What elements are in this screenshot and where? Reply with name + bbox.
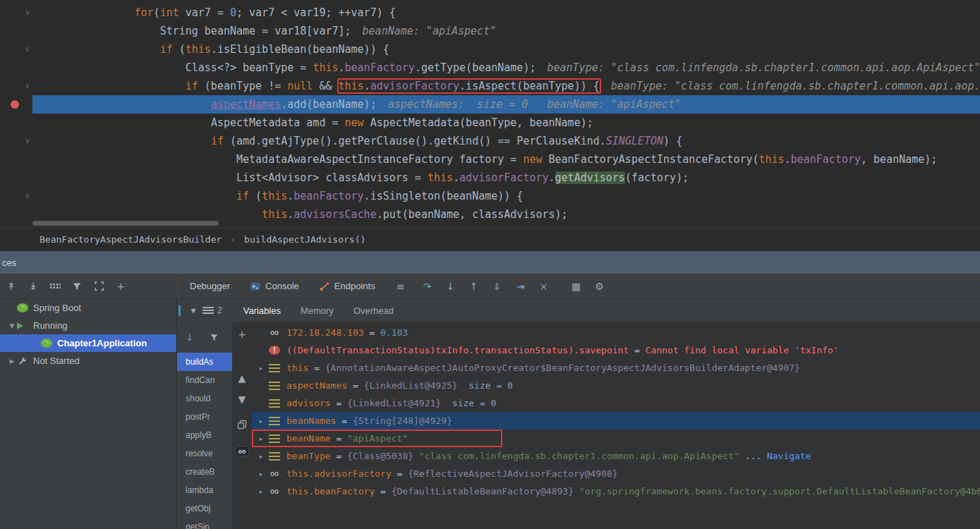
debugger-toolwindow: ▾2 VariablesMemoryOverhead ↓ buildAsfind… (176, 299, 980, 529)
tool-tab-endpoints[interactable]: Endpoints (319, 281, 375, 292)
fold-arrow-icon[interactable]: ∨ (25, 40, 30, 59)
frame-item[interactable]: getSin (177, 518, 232, 529)
code-line[interactable]: AspectMetadata amd = new AspectMetadata(… (0, 114, 980, 132)
variable-text: beanType (286, 451, 331, 461)
copy-stack-icon[interactable] (236, 419, 248, 430)
fold-arrow-icon[interactable]: ∨ (25, 4, 30, 22)
frame-item[interactable]: resolve (177, 444, 232, 463)
code-token: .getType(beanName); (415, 61, 536, 74)
code-token: this (428, 171, 453, 184)
threads-selector[interactable]: ▾2 (188, 305, 222, 316)
expand-arrow-icon[interactable]: ▸ (255, 418, 267, 425)
inline-debug-hint: beanType: "class com.linfengda.sb.chapte… (547, 61, 980, 74)
variable-text: Cannot find local variable 'txInfo' (646, 345, 839, 355)
variable-row[interactable]: ((DefaultTransactionStatus)txInfo.transa… (252, 341, 980, 359)
group-tabs-icon[interactable] (49, 283, 61, 289)
tab-memory[interactable]: Memory (301, 305, 334, 316)
variable-row[interactable]: ▸oothis.beanFactory = {DefaultListableBe… (252, 482, 980, 500)
caret-down-icon[interactable]: ▾ (188, 305, 199, 316)
variable-row[interactable]: ▸this = {AnnotationAwareAspectJAutoProxy… (252, 359, 980, 377)
drop-frame-icon[interactable]: × (538, 281, 550, 292)
variable-text: {ReflectiveAspectJAdvisorFactory@4908} (408, 468, 617, 479)
tab-variables[interactable]: Variables (243, 305, 281, 316)
frame-item[interactable]: should (177, 389, 232, 408)
hamburger-menu-icon[interactable]: ≡ (395, 281, 406, 292)
tree-item-not-started[interactable]: ▶Not Started (0, 352, 176, 370)
fold-arrow-icon[interactable]: ∨ (25, 77, 30, 95)
code-line[interactable]: ∨ for(int var7 = 0; var7 < var19; ++var7… (0, 4, 980, 22)
tool-tab-console[interactable]: Console (250, 281, 299, 292)
expand-arrow-icon[interactable]: ▸ (255, 365, 267, 372)
code-line[interactable]: Class<?> beanType = this.beanFactory.get… (0, 59, 980, 77)
code-line[interactable]: ∨ if (this.isEligibleBean(beanName)) { (0, 40, 980, 59)
variable-row[interactable]: ▸beanName = "apiAspect" (252, 430, 980, 447)
tree-item-spring-boot[interactable]: Spring Boot (0, 299, 176, 317)
code-editor[interactable]: ∨ for(int var7 = 0; var7 < var19; ++var7… (0, 0, 980, 227)
run-to-cursor-icon[interactable]: ⇥ (515, 281, 526, 292)
expand-arrow-icon[interactable]: ▸ (255, 435, 267, 442)
code-line[interactable]: String beanName = var18[var7];beanName: … (0, 22, 980, 40)
fold-arrow-icon[interactable]: ∨ (25, 187, 30, 205)
tool-tab-debugger[interactable]: Debugger (190, 281, 230, 291)
variable-text: {LinkedList@4925} (364, 380, 458, 391)
side-icon-strip: +▲▼oo (232, 322, 252, 529)
preview-icon[interactable] (93, 281, 104, 292)
code-line[interactable]: aspectNames.add(beanName);aspectNames: s… (0, 95, 980, 114)
tree-item-chapter1application[interactable]: Chapter1Application (0, 334, 176, 352)
code-token: int (160, 6, 179, 19)
evaluate-expression-icon[interactable]: ▦ (571, 281, 582, 292)
variable-row[interactable]: aspectNames = {LinkedList@4925} size = 0 (252, 377, 980, 394)
breadcrumb-class[interactable]: BeanFactoryAspectJAdvisorsBuilder (40, 234, 222, 245)
code-line[interactable]: ∨ if (amd.getAjType().getPerClause().get… (0, 132, 980, 150)
navigate-link[interactable]: Navigate (767, 451, 811, 461)
frame-item[interactable]: getObj (177, 499, 232, 518)
frame-item[interactable]: applyB (177, 426, 232, 444)
toolwindow-header[interactable]: ces (0, 251, 980, 274)
code-token: .put(beanName, classAdvisors); (377, 208, 568, 221)
code-line[interactable]: MetadataAwareAspectInstanceFactory facto… (0, 150, 980, 169)
step-out-icon[interactable]: ↑ (468, 281, 480, 292)
frame-item[interactable]: postPr (177, 408, 232, 426)
hide-frames-icon[interactable]: ↓ (184, 332, 195, 343)
tab-overhead[interactable]: Overhead (353, 305, 394, 316)
scroll-down-icon[interactable]: ▼ (236, 394, 248, 405)
scroll-up-icon[interactable]: ▲ (236, 372, 248, 384)
frame-item[interactable]: createB (177, 463, 232, 481)
code-token: getAdvisors (555, 171, 625, 184)
force-step-into-icon[interactable]: ⇓ (492, 281, 503, 292)
step-into-icon[interactable]: ↓ (445, 281, 456, 292)
expand-arrow-icon[interactable]: ▸ (255, 488, 267, 495)
add-watch-icon[interactable]: + (236, 329, 248, 340)
code-line[interactable]: ∨ if (this.beanFactory.isSingleton(beanN… (0, 187, 980, 205)
variable-row[interactable]: ▸beanType = {Class@5038} "class com.linf… (252, 447, 980, 465)
frame-item[interactable]: findCan (177, 371, 232, 389)
threads-list-icon[interactable] (202, 307, 214, 314)
chevron-expanded-icon[interactable]: ▼ (7, 322, 17, 329)
variable-text: = (629, 345, 645, 355)
expand-arrow-icon[interactable]: ▸ (255, 470, 267, 478)
settings-sliders-icon[interactable]: ⚙ (594, 281, 605, 292)
variable-row[interactable]: ▸oothis.advisorFactory = {ReflectiveAspe… (252, 465, 980, 482)
variable-row[interactable]: ▸beanNames = {String[248]@4929} (252, 412, 980, 430)
fold-arrow-icon[interactable]: ∨ (25, 132, 30, 150)
add-icon[interactable]: + (115, 281, 126, 292)
variable-row[interactable]: oo172.18.248.103 = 0.103 (252, 324, 980, 341)
horizontal-scrollbar[interactable] (32, 221, 219, 226)
code-token: BeanFactoryAspectInstanceFactory( (542, 153, 758, 166)
filter-frames-icon[interactable] (208, 332, 219, 343)
frame-item[interactable]: lambda (177, 481, 232, 499)
code-line[interactable]: List<Advisor> classAdvisors = this.advis… (0, 169, 980, 187)
tree-item-running[interactable]: ▼Running (0, 317, 176, 334)
code-line[interactable]: ∨ if (beanType != null && this.advisorFa… (0, 77, 980, 95)
step-over-icon[interactable]: ↷ (422, 281, 433, 292)
variable-row[interactable]: advisors = {LinkedList@4921} size = 0 (252, 394, 980, 412)
watches-toggle-icon[interactable]: oo (235, 446, 249, 456)
expand-arrow-icon[interactable]: ▸ (255, 453, 267, 460)
execution-point-icon[interactable] (11, 100, 19, 109)
chevron-collapsed-icon[interactable]: ▶ (7, 358, 17, 365)
breadcrumb-method[interactable]: buildAspectJAdvisors() (244, 234, 365, 245)
collapse-all-icon[interactable]: ↡ (28, 281, 39, 292)
frame-item[interactable]: buildAs (177, 353, 232, 371)
expand-all-icon[interactable]: ↟ (6, 281, 17, 292)
filter-icon[interactable] (71, 281, 83, 292)
